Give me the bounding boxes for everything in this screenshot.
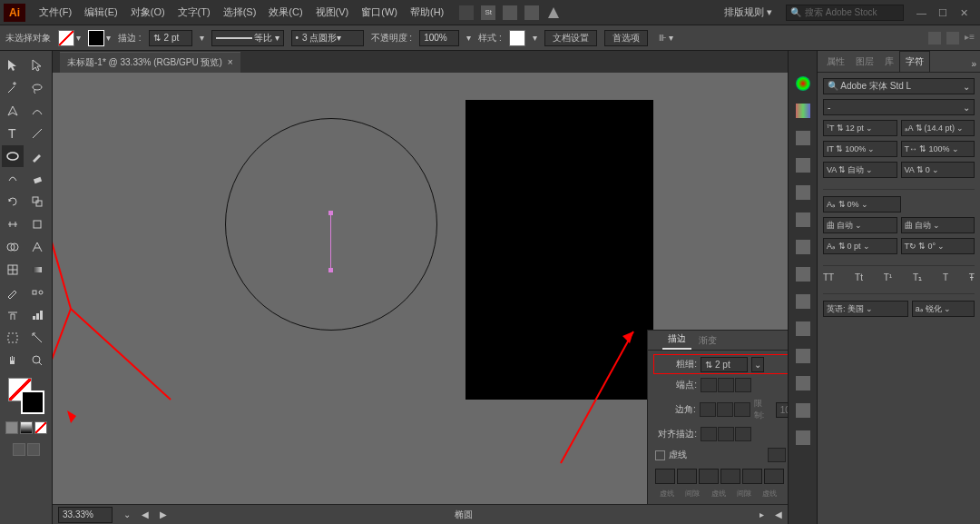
stroke-panel-icon[interactable]: [796, 213, 810, 227]
font-size-input[interactable]: ᵀT ⇅ 12 pt ⌄: [823, 120, 897, 136]
style-swatch[interactable]: [509, 30, 525, 46]
font-family-select[interactable]: 🔍 Adobe 宋体 Std L⌄: [823, 78, 975, 94]
brush-def[interactable]: • 3 点圆形 ▾: [291, 30, 364, 46]
join-bevel[interactable]: [734, 402, 750, 417]
stroke-swatch[interactable]: [88, 30, 104, 46]
type-tool[interactable]: T: [2, 123, 24, 144]
pen-tool[interactable]: [2, 100, 24, 122]
align-center[interactable]: [701, 427, 717, 441]
canvas[interactable]: 描边 渐变 » ≡ 粗细: ⇅ 2 pt ⌄ 端点:: [53, 73, 788, 504]
symbol-sprayer-tool[interactable]: [2, 304, 24, 326]
perspective-tool[interactable]: [26, 236, 48, 258]
stroke-tab[interactable]: 描边: [662, 330, 691, 350]
eyedropper-tool[interactable]: [2, 282, 24, 303]
bridge-icon[interactable]: [459, 5, 474, 20]
menu-file[interactable]: 文件(F): [33, 3, 78, 22]
scale-tool[interactable]: [26, 191, 48, 213]
close-tab-icon[interactable]: ×: [228, 57, 233, 67]
gpu-icon[interactable]: [524, 5, 539, 20]
screen-mode[interactable]: [13, 443, 25, 456]
cap-round[interactable]: [718, 378, 734, 392]
tracking-input[interactable]: VA ⇅ 0 ⌄: [901, 162, 975, 178]
hand-tool[interactable]: [2, 350, 24, 371]
caps-small-icon[interactable]: Tt: [855, 272, 863, 282]
join-round[interactable]: [717, 402, 733, 417]
vscale-input[interactable]: IT ⇅ 100% ⌄: [823, 141, 897, 157]
superscript-icon[interactable]: T¹: [884, 272, 892, 282]
dash-checkbox[interactable]: [655, 450, 665, 460]
slice-tool[interactable]: [26, 327, 48, 349]
color-mode[interactable]: [5, 421, 18, 434]
prefs-button[interactable]: 首选项: [604, 30, 648, 46]
stock-icon[interactable]: St: [481, 5, 495, 20]
menu-view[interactable]: 视图(V): [309, 3, 356, 22]
font-style-select[interactable]: -⌄: [823, 99, 975, 115]
screen-mode-2[interactable]: [27, 443, 40, 456]
menu-window[interactable]: 窗口(W): [355, 3, 404, 22]
gradient-mode[interactable]: [20, 421, 33, 434]
selected-path[interactable]: [330, 213, 331, 270]
lasso-tool[interactable]: [26, 77, 48, 99]
subscript-icon[interactable]: T₁: [913, 272, 922, 282]
graphic-styles-icon[interactable]: [796, 321, 810, 336]
shaper-tool[interactable]: [2, 168, 24, 190]
graph-tool[interactable]: [26, 304, 48, 326]
underline-icon[interactable]: T: [943, 272, 948, 282]
appearance-icon[interactable]: [796, 294, 810, 309]
gradient-panel-icon[interactable]: [796, 240, 810, 254]
artboard-tool[interactable]: [2, 327, 24, 349]
panel-tab-character[interactable]: 字符: [899, 51, 930, 72]
document-tab[interactable]: 未标题-1* @ 33.33% (RGB/GPU 预览)×: [60, 52, 240, 73]
blend-tool[interactable]: [26, 282, 48, 303]
doc-setup-button[interactable]: 文档设置: [544, 30, 597, 46]
swatches-icon[interactable]: [796, 131, 810, 145]
eraser-tool[interactable]: [26, 168, 48, 190]
mesh-tool[interactable]: [2, 259, 24, 281]
nav-prev-icon[interactable]: ◀: [142, 509, 149, 519]
gradient-tool[interactable]: [26, 259, 48, 281]
stroke-weight-input[interactable]: ⇅ 2 pt: [149, 30, 192, 46]
asset-export-icon[interactable]: [796, 376, 810, 391]
aki-input[interactable]: 曲 自动 ⌄: [823, 217, 897, 233]
line-tool[interactable]: [26, 123, 48, 144]
caps-all-icon[interactable]: TT: [823, 272, 834, 282]
shape-builder-tool[interactable]: [2, 236, 24, 258]
minimize-button[interactable]: —: [916, 7, 927, 18]
none-mode[interactable]: [34, 421, 47, 434]
nav-next-icon[interactable]: ▶: [160, 509, 167, 519]
magic-wand-tool[interactable]: [2, 77, 24, 99]
search-input[interactable]: 🔍 搜索 Adobe Stock: [786, 5, 904, 21]
panel-collapse-icon[interactable]: »: [967, 56, 980, 72]
maximize-button[interactable]: ☐: [938, 7, 949, 18]
curvature-tool[interactable]: [26, 100, 48, 122]
panel-tab-properties[interactable]: 属性: [821, 52, 850, 72]
libraries-icon[interactable]: [796, 430, 810, 445]
zoom-tool[interactable]: [26, 350, 48, 371]
gradient-tab[interactable]: 渐变: [693, 331, 722, 350]
transparency-icon[interactable]: [796, 267, 810, 282]
menu-help[interactable]: 帮助(H): [404, 3, 450, 22]
menu-type[interactable]: 文字(T): [172, 3, 217, 22]
align-outside[interactable]: [735, 427, 751, 441]
fill-swatch[interactable]: [58, 30, 74, 46]
brushes-icon[interactable]: [796, 158, 810, 173]
color-panel-icon[interactable]: [796, 76, 810, 91]
char-rotate-input[interactable]: T↻ ⇅ 0° ⌄: [901, 238, 975, 254]
ellipse-shape[interactable]: [225, 118, 437, 331]
free-transform-tool[interactable]: [26, 213, 48, 235]
close-button[interactable]: ✕: [960, 7, 971, 18]
opacity-input[interactable]: 100%: [419, 30, 459, 46]
cloud-icon[interactable]: [546, 5, 561, 20]
ellipse-tool[interactable]: [2, 145, 24, 167]
zoom-input[interactable]: 33.33%: [58, 507, 113, 523]
selection-tool[interactable]: [2, 54, 24, 76]
baseline-shift-input[interactable]: Aₐ ⇅ 0% ⌄: [823, 196, 901, 213]
panel-tab-layers[interactable]: 图层: [850, 52, 879, 72]
symbols-icon[interactable]: [796, 185, 810, 200]
rotate-tool[interactable]: [2, 191, 24, 213]
limit-input[interactable]: 10 x: [776, 402, 788, 418]
baseline-pt-input[interactable]: Aₐ ⇅ 0 pt ⌄: [823, 238, 897, 254]
menu-object[interactable]: 对象(O): [124, 3, 172, 22]
direct-selection-tool[interactable]: [26, 54, 48, 76]
layers-icon[interactable]: [796, 349, 810, 363]
